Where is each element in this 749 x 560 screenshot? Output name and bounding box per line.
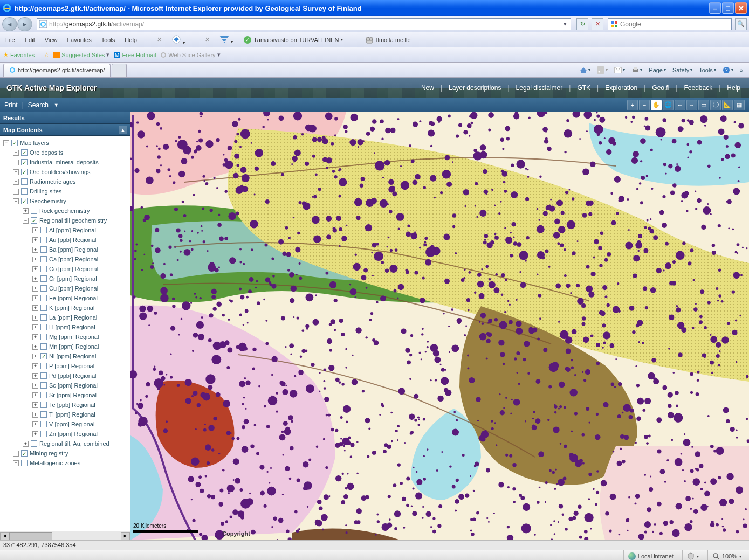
chevrons-button[interactable]: » [737, 66, 746, 74]
header-link[interactable]: Geo.fi [650, 84, 671, 92]
search-input[interactable] [620, 20, 729, 28]
layer-link[interactable]: Industrial mineral deposits [30, 159, 99, 165]
layer-link[interactable]: Mn [ppm] Regional [49, 343, 99, 350]
tree-toggle[interactable]: + [13, 451, 19, 457]
layer-link[interactable]: Au [ppb] Regional [49, 237, 96, 243]
tree-toggle[interactable]: + [32, 324, 38, 330]
stop-button[interactable]: ✕ [592, 18, 603, 30]
tree-toggle[interactable]: + [32, 305, 38, 311]
layer-link[interactable]: Zn [ppm] Regional [49, 431, 98, 437]
layer-checkbox[interactable] [21, 460, 28, 466]
layer-checkbox[interactable] [40, 227, 47, 233]
zoom-in-button[interactable]: + [627, 100, 638, 110]
menu-edit[interactable]: Edit [23, 36, 37, 44]
layer-checkbox[interactable] [40, 372, 47, 379]
tree-toggle[interactable]: + [13, 179, 19, 185]
layer-link[interactable]: P [ppm] Regional [49, 363, 94, 369]
print-link[interactable]: Print [4, 101, 18, 109]
page-menu[interactable]: Page▾ [646, 66, 669, 74]
pan-button[interactable]: ✋ [651, 100, 662, 110]
collapse-icon[interactable]: ▲ [119, 126, 127, 134]
menu-favorites[interactable]: Favorites [65, 36, 93, 44]
mail-button[interactable]: ▾ [611, 66, 628, 74]
layer-checkbox[interactable] [40, 275, 47, 282]
select-button[interactable]: ▭ [698, 100, 709, 110]
tree-toggle[interactable]: + [32, 412, 38, 418]
layer-link[interactable]: Mg [ppm] Regional [49, 334, 99, 340]
scroll-left-button[interactable]: ◄ [0, 532, 9, 540]
layer-link[interactable]: Sc [ppm] Regional [49, 382, 98, 389]
layer-link[interactable]: Li [ppm] Regional [49, 324, 95, 330]
layer-link[interactable]: Rock geochemistry [39, 208, 90, 214]
help-button[interactable]: ?▾ [720, 65, 736, 75]
header-link[interactable]: Feedback [682, 84, 714, 92]
tree-toggle[interactable]: + [32, 354, 38, 359]
layer-checkbox[interactable] [40, 402, 47, 408]
layer-checkbox[interactable] [40, 353, 47, 359]
layer-link[interactable]: Regional till, Au, combined [39, 440, 109, 447]
protected-mode[interactable]: ▾ [682, 550, 703, 560]
refresh-button[interactable]: ↻ [576, 18, 588, 30]
layer-link[interactable]: Co [ppm] Regional [49, 266, 98, 272]
tree-toggle[interactable]: + [13, 460, 19, 466]
layer-checkbox[interactable] [21, 450, 28, 457]
next-extent-button[interactable]: → [686, 100, 697, 110]
tree-toggle[interactable]: + [32, 383, 38, 389]
print-button[interactable]: ▾ [629, 65, 645, 75]
menu-help[interactable]: Help [122, 36, 139, 44]
layer-link[interactable]: Cr [ppm] Regional [49, 275, 97, 282]
horizontal-scrollbar[interactable]: ◄ ► [0, 531, 130, 540]
safety-status[interactable]: ✓ Tämä sivusto on TURVALLINEN ▾ [240, 35, 346, 45]
layer-checkbox[interactable] [40, 411, 47, 418]
contents-panel-header[interactable]: Map Contents ▲ [0, 124, 130, 136]
maximize-button[interactable]: □ [722, 2, 734, 14]
layer-link[interactable]: Sr [ppm] Regional [49, 392, 97, 398]
header-link[interactable]: Layer descriptions [446, 84, 503, 92]
layer-link[interactable]: Cu [ppm] Regional [49, 285, 98, 292]
layer-link[interactable]: V [ppm] Regional [49, 421, 94, 427]
tree-toggle[interactable]: + [32, 266, 38, 272]
tree-toggle[interactable]: + [32, 286, 38, 292]
layer-checkbox[interactable] [21, 178, 28, 185]
layer-link[interactable]: Mining registry [30, 450, 68, 457]
layer-checkbox[interactable] [21, 198, 28, 204]
layer-checkbox[interactable] [11, 140, 18, 146]
identify-button[interactable]: ⓘ [710, 100, 721, 110]
tree-toggle[interactable]: + [32, 402, 38, 408]
map-canvas[interactable]: 20 Kilometers Copyright [130, 112, 749, 540]
tree-toggle[interactable]: + [13, 169, 19, 175]
address-bar[interactable]: http://geomaps2.gtk.fi/activemap/ ▾ [37, 18, 571, 30]
layer-link[interactable]: La [ppm] Regional [49, 314, 97, 321]
home-button[interactable]: ▾ [577, 65, 593, 75]
search-box[interactable] [608, 18, 732, 30]
layer-checkbox[interactable] [40, 266, 47, 272]
tree-toggle[interactable]: + [32, 237, 38, 243]
layer-link[interactable]: Al [ppm] Regional [49, 227, 96, 233]
search-link[interactable]: Search [28, 101, 49, 109]
address-dropdown-icon[interactable]: ▾ [562, 20, 568, 27]
tree-toggle[interactable]: + [32, 392, 38, 398]
tree-toggle[interactable]: + [32, 295, 38, 301]
globe-button[interactable]: 🌐 [663, 100, 674, 110]
layer-checkbox[interactable] [31, 440, 37, 447]
tree-toggle[interactable]: + [32, 257, 38, 262]
layer-checkbox[interactable] [21, 188, 28, 195]
new-tab-button[interactable] [112, 64, 127, 77]
layer-link[interactable]: K [ppm] Regional [49, 305, 94, 311]
free-hotmail[interactable]: MFree Hotmail [114, 52, 156, 58]
layer-checkbox[interactable] [40, 237, 47, 243]
layer-link[interactable]: Ba [ppm] Regional [49, 246, 98, 253]
report-button[interactable]: Ilmoita meille [362, 35, 414, 45]
measure-button[interactable]: 📐 [722, 100, 733, 110]
header-link[interactable]: Legal disclaimer [514, 84, 565, 92]
tree-toggle[interactable]: + [32, 363, 38, 369]
results-panel-header[interactable]: Results [0, 112, 130, 124]
layer-checkbox[interactable] [40, 431, 47, 437]
layer-checkbox[interactable] [40, 256, 47, 262]
tree-toggle[interactable]: + [32, 276, 38, 282]
layer-checkbox[interactable] [40, 392, 47, 398]
search-go-button[interactable]: 🔍 [735, 18, 747, 30]
zoom-out-button[interactable]: − [639, 100, 650, 110]
layer-checkbox[interactable] [31, 217, 37, 224]
layer-checkbox[interactable] [21, 149, 28, 156]
